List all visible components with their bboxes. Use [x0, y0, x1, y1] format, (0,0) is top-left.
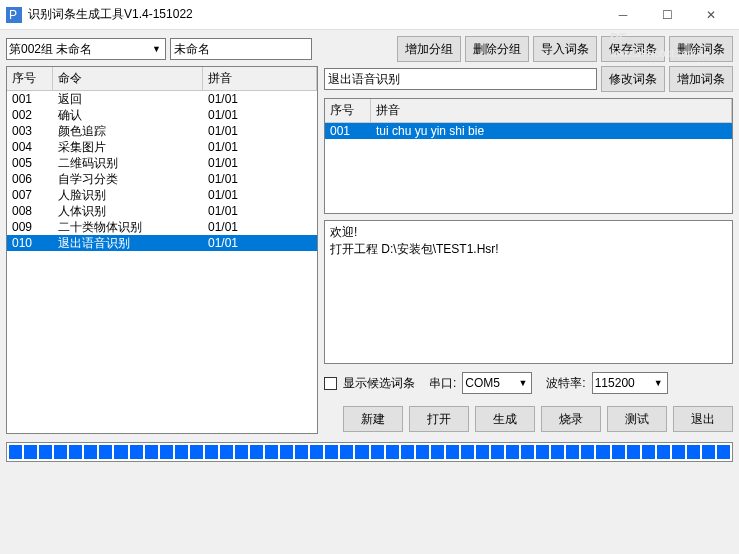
- options-row: 显示候选词条 串口: COM5 ▼ 波特率: 115200 ▼: [324, 370, 733, 396]
- generate-button[interactable]: 生成: [475, 406, 535, 432]
- baud-rate-select[interactable]: 115200 ▼: [592, 372, 668, 394]
- open-button[interactable]: 打开: [409, 406, 469, 432]
- command-table-header: 序号 命令 拼音: [7, 67, 317, 91]
- pinyin-table-header: 序号 拼音: [325, 99, 732, 123]
- group-name-input[interactable]: 未命名: [170, 38, 312, 60]
- title-bar: P 识别词条生成工具V1.4-151022 ─ ☐ ✕: [0, 0, 739, 30]
- window-title: 识别词条生成工具V1.4-151022: [28, 6, 601, 23]
- new-button[interactable]: 新建: [343, 406, 403, 432]
- table-row[interactable]: 005二维码识别01/01: [7, 155, 317, 171]
- table-row[interactable]: 007人脸识别01/01: [7, 187, 317, 203]
- maximize-button[interactable]: ☐: [645, 1, 689, 29]
- table-row[interactable]: 008人体识别01/01: [7, 203, 317, 219]
- entry-text-input[interactable]: 退出语音识别: [324, 68, 597, 90]
- app-icon: P: [6, 7, 22, 23]
- log-panel: 欢迎! 打开工程 D:\安装包\TEST1.Hsr!: [324, 220, 733, 364]
- pinyin-table[interactable]: 序号 拼音 001tui chu yu yin shi bie: [324, 98, 733, 214]
- progress-bar: [6, 442, 733, 462]
- modify-entry-button[interactable]: 修改词条: [601, 66, 665, 92]
- minimize-button[interactable]: ─: [601, 1, 645, 29]
- show-candidates-label: 显示候选词条: [343, 375, 415, 392]
- table-row[interactable]: 001返回01/01: [7, 91, 317, 107]
- chevron-down-icon: ▼: [150, 44, 163, 54]
- svg-text:P: P: [9, 8, 17, 22]
- show-candidates-checkbox[interactable]: [324, 377, 337, 390]
- test-button[interactable]: 测试: [607, 406, 667, 432]
- delete-entry-button[interactable]: 删除词条: [669, 36, 733, 62]
- top-toolbar: 第002组 未命名 ▼ 未命名 增加分组 删除分组 导入词条 保存词条 删除词条: [0, 30, 739, 66]
- chevron-down-icon: ▼: [652, 378, 665, 388]
- import-entry-button[interactable]: 导入词条: [533, 36, 597, 62]
- table-row[interactable]: 004采集图片01/01: [7, 139, 317, 155]
- exit-button[interactable]: 退出: [673, 406, 733, 432]
- table-row[interactable]: 010退出语音识别01/01: [7, 235, 317, 251]
- table-row[interactable]: 001tui chu yu yin shi bie: [325, 123, 732, 139]
- baud-rate-label: 波特率:: [546, 375, 585, 392]
- group-select[interactable]: 第002组 未命名 ▼: [6, 38, 166, 60]
- command-table[interactable]: 序号 命令 拼音 001返回01/01002确认01/01003颜色追踪01/0…: [6, 66, 318, 434]
- table-row[interactable]: 003颜色追踪01/01: [7, 123, 317, 139]
- close-button[interactable]: ✕: [689, 1, 733, 29]
- burn-button[interactable]: 烧录: [541, 406, 601, 432]
- save-entry-button[interactable]: 保存词条: [601, 36, 665, 62]
- serial-port-label: 串口:: [429, 375, 456, 392]
- add-group-button[interactable]: 增加分组: [397, 36, 461, 62]
- table-row[interactable]: 009二十类物体识别01/01: [7, 219, 317, 235]
- chevron-down-icon: ▼: [516, 378, 529, 388]
- delete-group-button[interactable]: 删除分组: [465, 36, 529, 62]
- add-entry-button[interactable]: 增加词条: [669, 66, 733, 92]
- table-row[interactable]: 006自学习分类01/01: [7, 171, 317, 187]
- serial-port-select[interactable]: COM5 ▼: [462, 372, 532, 394]
- table-row[interactable]: 002确认01/01: [7, 107, 317, 123]
- bottom-button-row: 新建 打开 生成 烧录 测试 退出: [324, 402, 733, 432]
